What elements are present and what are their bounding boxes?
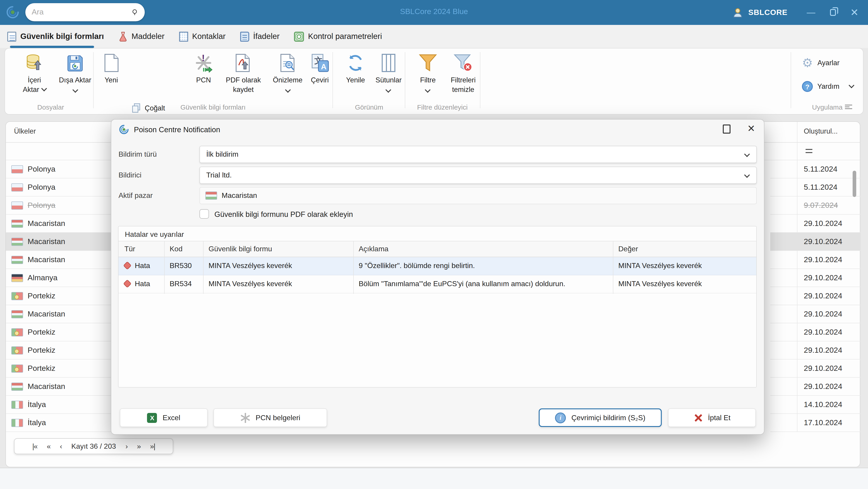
country-row[interactable]: Polonya bbox=[6, 197, 117, 214]
pcn-dialog: Poison Centre Notification ✕ Bildirim tü… bbox=[111, 119, 765, 435]
column-header-olusturul[interactable]: Oluşturul... bbox=[804, 127, 838, 135]
error-description: 9 "Özellikler". bölümde rengi belirtin. bbox=[359, 262, 608, 270]
vertical-scrollbar-thumb[interactable] bbox=[852, 171, 856, 197]
pt-flag-icon bbox=[11, 364, 23, 372]
group-menu-icon[interactable] bbox=[845, 105, 852, 109]
prev-page-button[interactable]: ‹ bbox=[60, 442, 62, 450]
fast-next-button[interactable]: » bbox=[137, 442, 141, 450]
first-page-button[interactable]: |« bbox=[32, 442, 37, 450]
tab-kontrol-parametreleri[interactable]: Kontrol parametreleri bbox=[294, 25, 382, 48]
created-date-cell[interactable]: 14.10.2024 bbox=[770, 396, 861, 414]
created-date-cell[interactable]: 29.10.2024 bbox=[770, 233, 861, 251]
tab-guvenlik-bilgi-formlari[interactable]: Güvenlik bilgi formları bbox=[7, 25, 104, 48]
refresh-button[interactable]: Yenile bbox=[338, 51, 373, 110]
col-kod[interactable]: Kod bbox=[169, 245, 183, 253]
last-page-button[interactable]: »| bbox=[150, 442, 155, 450]
created-date-cell[interactable]: 29.10.2024 bbox=[770, 359, 861, 378]
dialog-close-button[interactable]: ✕ bbox=[747, 123, 755, 134]
filter-button[interactable]: Filtre bbox=[411, 51, 445, 110]
error-row[interactable]: HataBR534MINTA Veszélyes keverékBölüm "T… bbox=[119, 275, 756, 293]
error-code: BR534 bbox=[169, 280, 192, 288]
created-date-cell[interactable]: 29.10.2024 bbox=[770, 323, 861, 341]
translate-button[interactable]: 文 A Çeviri bbox=[305, 51, 334, 110]
duplicate-icon bbox=[132, 103, 141, 113]
active-market-field[interactable]: Macaristan bbox=[199, 187, 757, 204]
col-aciklama[interactable]: Açıklama bbox=[359, 245, 389, 253]
group-label-gorunum: Görünüm bbox=[355, 103, 383, 111]
fast-prev-button[interactable]: « bbox=[47, 442, 51, 450]
tab-ifadeler[interactable]: İfadeler bbox=[240, 25, 280, 48]
dialog-maximize-button[interactable] bbox=[723, 124, 731, 134]
user-avatar-icon[interactable] bbox=[732, 6, 744, 18]
country-row[interactable]: Macaristan bbox=[6, 214, 117, 233]
attach-pdf-checkbox-label[interactable]: Güvenlik bilgi formunu PDF olarak ekleyi… bbox=[214, 210, 353, 219]
country-row[interactable]: Portekiz bbox=[6, 287, 117, 305]
created-date-cell[interactable]: 5.11.2024 bbox=[770, 178, 861, 197]
created-date-cell[interactable]: 29.10.2024 bbox=[770, 287, 861, 305]
col-form[interactable]: Güvenlik bilgi formu bbox=[209, 245, 272, 253]
clear-filters-button[interactable]: Filtreleritemizle bbox=[444, 51, 483, 110]
country-row[interactable]: Portekiz bbox=[6, 323, 117, 341]
column-header-ulkeler[interactable]: Ülkeler bbox=[14, 127, 36, 135]
created-date-cell[interactable]: 29.10.2024 bbox=[770, 214, 861, 233]
pl-flag-icon bbox=[11, 183, 23, 191]
restore-button[interactable] bbox=[822, 0, 844, 25]
country-row[interactable]: Polonya bbox=[6, 160, 117, 178]
duplicate-button[interactable]: Çoğalt bbox=[132, 102, 170, 115]
created-date-cell[interactable]: 17.10.2024 bbox=[770, 414, 861, 432]
created-date-cell[interactable]: 29.10.2024 bbox=[770, 341, 861, 359]
created-date-cell[interactable]: 29.10.2024 bbox=[770, 305, 861, 323]
country-row[interactable]: Almanya bbox=[6, 269, 117, 287]
country-row[interactable]: Portekiz bbox=[6, 341, 117, 359]
notifier-select[interactable]: Trial ltd. bbox=[199, 167, 757, 184]
account-name[interactable]: SBLCORE bbox=[748, 8, 787, 17]
created-date-cell[interactable]: 29.10.2024 bbox=[770, 251, 861, 269]
dialog-header[interactable]: Poison Centre Notification ✕ bbox=[111, 119, 764, 140]
group-label-dosyalar: Dosyalar bbox=[37, 103, 64, 111]
columns-button[interactable]: Sütunlar bbox=[370, 51, 407, 110]
country-row[interactable]: Macaristan bbox=[6, 378, 117, 396]
tab-maddeler[interactable]: Maddeler bbox=[119, 25, 165, 48]
notification-type-select[interactable]: İlk bildirim bbox=[199, 146, 757, 163]
country-row[interactable]: İtalya bbox=[6, 414, 117, 432]
country-row[interactable]: İtalya bbox=[6, 396, 117, 414]
error-form: MINTA Veszélyes keverék bbox=[209, 262, 349, 270]
chevron-down-icon bbox=[385, 87, 391, 93]
error-row[interactable]: HataBR530MINTA Veszélyes keverék9 "Özell… bbox=[119, 257, 756, 275]
export-button[interactable]: Dışa Aktar bbox=[55, 51, 95, 110]
country-row[interactable]: Macaristan bbox=[6, 233, 117, 251]
country-row[interactable]: Portekiz bbox=[6, 359, 117, 378]
import-button[interactable]: İçeriAktar bbox=[15, 51, 54, 110]
save-pdf-button[interactable]: PDF olarakkaydet bbox=[220, 51, 267, 110]
pcn-button[interactable]: ! PCN bbox=[189, 51, 218, 110]
funnel-icon bbox=[418, 53, 438, 73]
tab-kontaklar[interactable]: Kontaklar bbox=[179, 25, 225, 48]
attach-pdf-checkbox[interactable] bbox=[199, 209, 209, 219]
col-deger[interactable]: Değer bbox=[618, 245, 638, 253]
errors-group-title: Hatalar ve uyarılar bbox=[125, 230, 184, 239]
info-icon: i bbox=[555, 412, 566, 423]
settings-button[interactable]: ⚙ Ayarlar bbox=[802, 58, 839, 68]
col-tur[interactable]: Tür bbox=[124, 245, 135, 253]
preview-button[interactable]: Önizleme bbox=[267, 51, 309, 110]
close-button[interactable]: ✕ bbox=[844, 0, 865, 25]
equals-filter-icon[interactable] bbox=[806, 149, 812, 153]
country-row[interactable]: Polonya bbox=[6, 178, 117, 197]
new-button[interactable]: Yeni bbox=[97, 51, 126, 110]
help-button[interactable]: ? Yardım bbox=[802, 81, 854, 92]
online-notification-button[interactable]: i Çevrimiçi bildirim (S₂S) bbox=[539, 408, 662, 427]
country-row[interactable]: Macaristan bbox=[6, 251, 117, 269]
minimize-button[interactable]: — bbox=[800, 0, 822, 25]
created-date-cell[interactable]: 29.10.2024 bbox=[770, 269, 861, 287]
pcn-documents-button[interactable]: PCN belgeleri bbox=[214, 408, 327, 427]
created-date-cell[interactable]: 9.07.2024 bbox=[770, 197, 861, 214]
pdf-save-icon bbox=[235, 53, 252, 73]
next-page-button[interactable]: › bbox=[126, 442, 128, 450]
pagination-bar: |« « ‹ Kayıt 36 / 203 › » »| bbox=[14, 438, 173, 454]
database-import-icon bbox=[25, 53, 44, 73]
created-date-cell[interactable]: 29.10.2024 bbox=[770, 378, 861, 396]
created-date-cell[interactable]: 5.11.2024 bbox=[770, 160, 861, 178]
cancel-button[interactable]: İptal Et bbox=[668, 408, 756, 427]
excel-button[interactable]: X Excel bbox=[120, 408, 208, 427]
country-row[interactable]: Macaristan bbox=[6, 305, 117, 323]
